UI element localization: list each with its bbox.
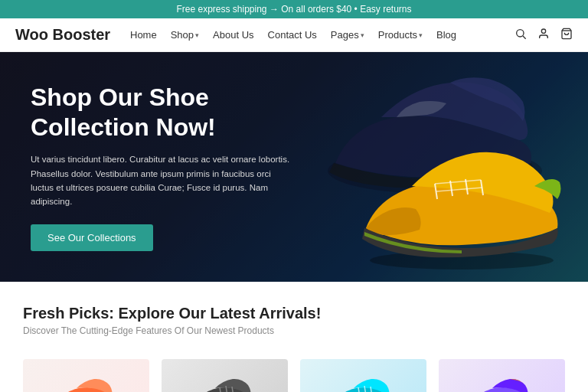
user-icon[interactable] xyxy=(537,28,550,43)
pages-chevron-icon: ▾ xyxy=(361,31,364,39)
top-banner: Free express shipping → On all orders $4… xyxy=(0,0,588,18)
arrivals-section: Fresh Picks: Explore Our Latest Arrivals… xyxy=(0,282,588,359)
header-icons xyxy=(514,28,573,43)
main-nav: Home Shop ▾ About Us Contact Us Pages ▾ … xyxy=(130,29,514,41)
product-card[interactable] xyxy=(162,359,288,392)
product-shoe-4 xyxy=(468,374,537,392)
banner-text: Free express shipping → On all orders $4… xyxy=(176,4,411,15)
nav-shop[interactable]: Shop ▾ xyxy=(171,29,199,41)
nav-contact[interactable]: Contact Us xyxy=(268,29,317,41)
hero-yellow-shoe xyxy=(354,136,569,270)
product-shoe-3 xyxy=(329,374,398,392)
product-grid xyxy=(0,359,588,392)
logo[interactable]: Woo Booster xyxy=(15,26,122,44)
nav-blog[interactable]: Blog xyxy=(436,29,456,41)
cart-icon[interactable] xyxy=(560,28,573,43)
header: Woo Booster Home Shop ▾ About Us Contact… xyxy=(0,18,588,52)
hero-section: Shop Our Shoe Collection Now! Ut varius … xyxy=(0,52,588,282)
shop-chevron-icon: ▾ xyxy=(195,31,199,39)
search-icon[interactable] xyxy=(514,28,527,43)
svg-point-0 xyxy=(517,29,524,36)
nav-products[interactable]: Products ▾ xyxy=(378,29,423,41)
hero-cta-button[interactable]: See Our Collections xyxy=(31,224,153,251)
hero-title: Shop Our Shoe Collection Now! xyxy=(31,83,291,142)
nav-about[interactable]: About Us xyxy=(213,29,253,41)
hero-content: Shop Our Shoe Collection Now! Ut varius … xyxy=(0,83,322,250)
product-card[interactable] xyxy=(439,359,565,392)
section-title: Fresh Picks: Explore Our Latest Arrivals… xyxy=(23,305,565,322)
svg-point-2 xyxy=(541,29,545,33)
products-chevron-icon: ▾ xyxy=(419,31,423,39)
product-card[interactable] xyxy=(300,359,426,392)
product-shoe-2 xyxy=(191,374,260,392)
product-card[interactable] xyxy=(23,359,149,392)
hero-description: Ut varius tincidunt libero. Curabitur at… xyxy=(31,152,291,209)
section-subtitle: Discover The Cutting-Edge Features Of Ou… xyxy=(23,325,565,336)
svg-line-1 xyxy=(523,36,526,39)
nav-home[interactable]: Home xyxy=(130,29,157,41)
nav-pages[interactable]: Pages ▾ xyxy=(331,29,364,41)
product-shoe-1 xyxy=(52,374,121,392)
